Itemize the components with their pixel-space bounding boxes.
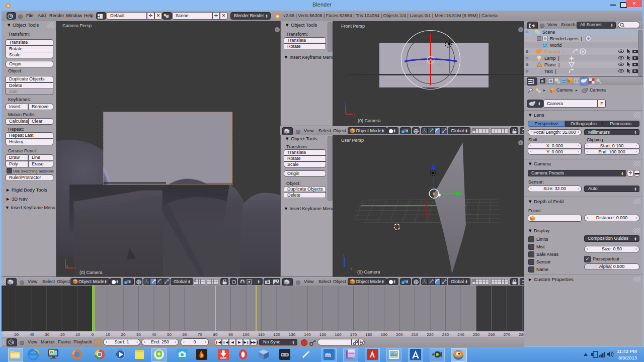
svg-text:40: 40	[152, 332, 156, 337]
svg-text:220: 220	[427, 332, 434, 337]
svg-text:HD: HD	[436, 61, 444, 67]
svg-text:Camera Persp: Camera Persp	[62, 23, 92, 28]
svg-text:60: 60	[183, 332, 187, 337]
svg-text:200: 200	[396, 332, 403, 337]
svg-text:100: 100	[243, 332, 250, 337]
svg-text:+: +	[519, 141, 522, 145]
svg-text:0: 0	[92, 332, 94, 337]
svg-text:30: 30	[136, 332, 141, 337]
svg-text:User Persp: User Persp	[341, 138, 364, 143]
svg-text:150: 150	[319, 332, 327, 337]
svg-text:240: 240	[457, 332, 464, 337]
svg-text:z: z	[344, 102, 346, 105]
svg-text:80: 80	[213, 332, 218, 337]
svg-text:-50: -50	[13, 332, 19, 337]
svg-text:270: 270	[504, 332, 511, 337]
svg-text:90: 90	[228, 332, 233, 337]
svg-text:260: 260	[488, 332, 495, 337]
svg-text:70: 70	[198, 332, 202, 337]
svg-text:230: 230	[442, 332, 449, 337]
svg-text:250: 250	[473, 332, 480, 337]
svg-text:y: y	[351, 266, 353, 270]
svg-text:50: 50	[167, 332, 172, 337]
svg-text:170: 170	[350, 332, 357, 337]
svg-text:Glass: Glass	[409, 61, 426, 67]
svg-text:z: z	[343, 253, 345, 256]
svg-text:110: 110	[258, 332, 265, 337]
svg-text:10: 10	[106, 332, 110, 337]
svg-text:140: 140	[304, 332, 311, 337]
svg-text:+: +	[276, 28, 278, 32]
svg-text:-40: -40	[28, 332, 34, 337]
svg-text:160: 160	[335, 332, 342, 337]
svg-text:(0) Camera: (0) Camera	[79, 270, 103, 275]
svg-text:20: 20	[121, 332, 126, 337]
svg-text:210: 210	[412, 332, 419, 337]
svg-text:(0) Camera: (0) Camera	[357, 269, 380, 275]
svg-text:+: +	[519, 28, 522, 32]
svg-text:130: 130	[289, 332, 296, 337]
svg-text:190: 190	[381, 332, 388, 337]
svg-text:y: y	[66, 264, 68, 268]
svg-text:99: 99	[50, 350, 53, 353]
svg-text:-20: -20	[59, 332, 65, 337]
svg-text:x: x	[354, 113, 356, 116]
svg-text:m: m	[325, 351, 331, 358]
svg-text:280: 280	[519, 332, 524, 337]
svg-text:120: 120	[273, 332, 280, 337]
svg-text:-10: -10	[74, 332, 80, 337]
svg-text:x: x	[74, 266, 76, 269]
svg-text:Front Persp: Front Persp	[341, 24, 365, 29]
svg-text:180: 180	[365, 332, 372, 337]
svg-text:-30: -30	[44, 332, 50, 337]
svg-text:(0) Camera: (0) Camera	[358, 118, 381, 123]
